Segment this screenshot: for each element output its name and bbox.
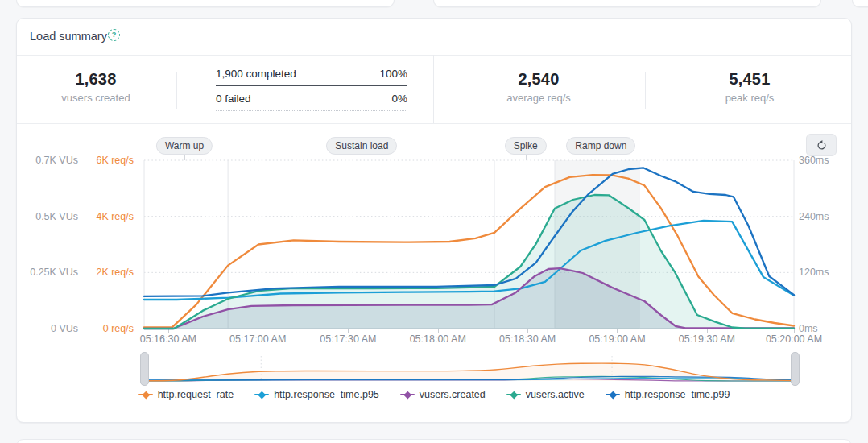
axis-label: 0ms [799,323,847,334]
phase-pill-spike: Spike [505,137,547,155]
chart-plot-area[interactable] [144,160,794,329]
phase-pill-sustain-load: Sustain load [326,137,397,155]
x-axis-label: 05:17:00 AM [229,333,286,345]
divider [645,72,646,109]
legend-marker-icon [506,391,521,399]
completed-label: 1,900 completed [216,68,296,80]
legend-label: vusers.active [526,389,585,400]
legend-item-http.request_rate[interactable]: http.request_rate [138,389,234,400]
top-card-left [16,0,395,7]
legend-marker-icon [606,391,620,399]
series-area-vusers.active [144,195,794,329]
phase-tick [184,155,185,160]
x-axis-label: 05:18:00 AM [410,333,466,345]
axis-label: 0 VUs [25,323,78,334]
legend-item-vusers.active[interactable]: vusers.active [506,389,585,400]
axis-label: 6K req/s [86,155,134,166]
divider [433,55,434,123]
page: { "header": { "title": "Load summary" },… [0,0,868,443]
x-axis-label: 05:16:30 AM [140,333,196,345]
legend-marker-icon [138,391,153,399]
phase-pill-warm-up: Warm up [156,137,213,155]
stat-average-rps: 2,540 average req/s [466,70,611,104]
x-axis-label: 05:19:30 AM [679,333,735,345]
stat-peak-rps-label: peak req/s [677,92,822,104]
axis-label: 4K req/s [86,211,134,222]
phase-tick [526,155,527,160]
axis-label: 0.25K VUs [25,267,78,278]
stat-vusers-created-value: 1,638 [39,70,152,89]
x-axis-tick [438,329,439,333]
brush-handle-left[interactable] [140,352,149,386]
stat-average-rps-label: average req/s [466,92,611,104]
completion-table: 1,900 completed 100% 0 failed 0% [216,68,407,111]
legend-label: vusers.created [420,389,486,400]
completed-pct: 100% [379,68,407,80]
legend-item-http.response_time.p95[interactable]: http.response_time.p95 [254,389,379,400]
completed-row: 1,900 completed 100% [216,68,407,86]
x-axis-label: 05:17:30 AM [320,333,376,345]
phase-tick [362,155,362,160]
x-axis-tick [707,329,708,333]
axis-label: 0.7K VUs [25,155,78,166]
legend-item-http.response_time.p99[interactable]: http.response_time.p99 [606,389,730,400]
stat-peak-rps-value: 5,451 [677,70,822,89]
axis-label: 120ms [799,267,847,278]
x-axis-label: 05:18:30 AM [499,333,556,345]
x-axis-tick [258,329,258,333]
x-axis-label: 05:20:00 AM [766,333,822,345]
legend-label: http.request_rate [158,389,234,400]
legend-label: http.response_time.p99 [625,389,730,400]
legend-item-vusers.created[interactable]: vusers.created [400,389,486,400]
stat-vusers-created-label: vusers created [39,92,152,104]
stats-row: 1,638 vusers created 1,900 completed 100… [17,55,851,124]
series-line-http.response_time.p99 [144,168,794,296]
top-card-right [852,0,868,7]
axis-label: 0.5K VUs [25,211,78,222]
axis-label: 0 req/s [86,323,134,334]
axis-label: 240ms [799,211,847,222]
load-summary-card: Load summary ? 1,638 vusers created 1,90… [16,18,852,423]
x-axis-tick [348,329,349,333]
brush-handle-right[interactable] [791,352,800,386]
legend-marker-icon [254,391,269,399]
divider [176,72,177,109]
x-axis-tick [617,329,618,333]
stat-vusers-created: 1,638 vusers created [39,70,152,104]
card-title: Load summary [30,30,107,43]
legend-label: http.response_time.p95 [274,389,379,400]
failed-row: 0 failed 0% [216,93,407,111]
reset-zoom-button[interactable] [806,134,837,156]
stat-peak-rps: 5,451 peak req/s [677,70,822,104]
legend-marker-icon [400,391,415,399]
axis-label: 2K req/s [86,267,134,278]
chart-legend: http.request_ratehttp.response_time.p95v… [17,389,851,400]
help-icon[interactable]: ? [108,29,120,41]
phase-pill-ramp-down: Ramp down [566,137,635,155]
zoom-minimap[interactable] [144,353,794,386]
stat-average-rps-value: 2,540 [466,70,611,89]
axis-label: 360ms [799,155,847,166]
bottom-card [16,439,852,443]
x-axis-label: 05:19:00 AM [589,333,645,345]
failed-label: 0 failed [216,93,251,105]
phase-tick [601,155,601,160]
card-header: Load summary ? [17,19,851,56]
reset-icon [816,139,828,151]
failed-pct: 0% [391,93,407,105]
top-card-middle [433,0,821,7]
x-axis-tick [527,329,528,333]
